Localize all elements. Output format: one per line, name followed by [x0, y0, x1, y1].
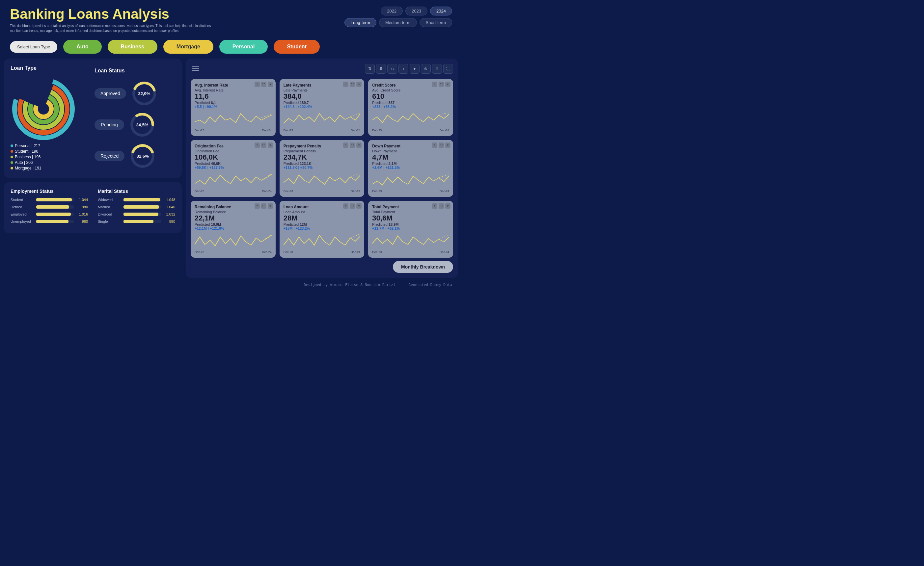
auto-tab[interactable]: Auto: [63, 40, 101, 54]
info-icon-1[interactable]: ?: [343, 82, 348, 87]
short-term-button[interactable]: Short-term: [420, 18, 452, 27]
select-loan-type-button[interactable]: Select Loan Type: [10, 41, 57, 52]
loan-amount-change: +15M | +123.2%: [284, 226, 361, 231]
expand-icon-0[interactable]: ⛶: [261, 82, 266, 87]
marital-single-label: Single: [98, 220, 121, 223]
loan-tabs: Select Loan Type Auto Business Mortgage …: [0, 36, 462, 58]
total-payment-dates: Dec-23 Dec-24: [372, 250, 449, 254]
metric-icons-7: ? ⛶ ▼: [343, 204, 362, 209]
filter-icon-0[interactable]: ▼: [268, 82, 273, 87]
late-payments-dates: Dec-23 Dec-24: [284, 129, 361, 132]
medium-term-button[interactable]: Medium-term: [379, 18, 417, 27]
prepayment-penalty-change: +111,6K | +90.7%: [284, 166, 361, 169]
marital-married-track: [123, 205, 161, 209]
monthly-breakdown-wrap: Monthly Breakdown: [190, 261, 453, 273]
employment-unemployed-track: [36, 220, 74, 223]
info-icon-8[interactable]: ?: [432, 204, 437, 209]
expand-icon-8[interactable]: ⛶: [439, 204, 444, 209]
down-payment-value: 4,7M: [372, 153, 449, 162]
student-tab[interactable]: Student: [274, 40, 320, 54]
business-dot: [10, 156, 13, 158]
long-term-button[interactable]: Long-term: [345, 18, 376, 27]
origination-fee-predicted: Predicted 46,6K: [195, 162, 272, 166]
employment-unemployed-fill: [36, 220, 69, 223]
marital-divorced-label: Divorced: [98, 212, 121, 216]
marital-title: Marital Status: [98, 189, 175, 194]
marital-married-label: Married: [98, 205, 121, 209]
expand-icon-4[interactable]: ⛶: [350, 142, 355, 148]
footer: Designed by Armani Eloise & Noushin Pari…: [0, 281, 462, 289]
year-2022-button[interactable]: 2022: [381, 7, 403, 15]
credit-score-predicted: Predicted 367: [372, 101, 449, 105]
filter-icon-8[interactable]: ▼: [445, 204, 450, 209]
year-2024-button[interactable]: 2024: [430, 7, 452, 15]
total-payment-predicted: Predicted 18,9M: [372, 222, 449, 226]
origination-fee-chart: [195, 171, 272, 187]
business-tab[interactable]: Business: [108, 40, 158, 54]
expand-icon-3[interactable]: ⛶: [261, 142, 266, 148]
sort-desc-icon[interactable]: ⇵: [376, 64, 386, 74]
student-legend-label: Student | 190: [15, 149, 38, 154]
origination-fee-card: ? ⛶ ▼ Origination Fee Origination Fee 10…: [190, 140, 276, 197]
zoom-out-icon[interactable]: ⊖: [432, 64, 442, 74]
info-icon-7[interactable]: ?: [343, 204, 348, 209]
filter-icon-6[interactable]: ▼: [268, 204, 273, 209]
zoom-in-icon[interactable]: ⊕: [421, 64, 431, 74]
filter-icon-2[interactable]: ▼: [445, 82, 450, 87]
credit-score-chart: [372, 110, 449, 127]
menu-icon[interactable]: [190, 63, 201, 74]
loan-type-section: Loan Type: [10, 65, 91, 171]
late-payments-chart: [284, 110, 361, 127]
info-icon-2[interactable]: ?: [432, 82, 437, 87]
employment-title: Employment Status: [10, 189, 88, 194]
filter-icon-5[interactable]: ▼: [445, 142, 450, 148]
sort-filter-icon[interactable]: ↕: [399, 64, 408, 74]
filter-icon-1[interactable]: ▼: [356, 82, 362, 87]
prepayment-penalty-chart: [284, 171, 361, 187]
legend-auto: Auto | 206: [10, 160, 91, 165]
filter-icon-7[interactable]: ▼: [356, 204, 362, 209]
year-2023-button[interactable]: 2023: [405, 7, 428, 15]
right-panel-header: ⇅ ⇵ ↑↓ ↕ ▼ ⊕ ⊖ ⛶: [190, 63, 453, 74]
expand-icon-5[interactable]: ⛶: [439, 142, 444, 148]
filter-icon[interactable]: ▼: [410, 64, 420, 74]
info-icon-5[interactable]: ?: [432, 142, 437, 148]
expand-icon[interactable]: ⛶: [443, 64, 453, 74]
personal-tab[interactable]: Personal: [219, 40, 268, 54]
legend-student: Student | 190: [10, 149, 91, 154]
metric-icons-4: ? ⛶ ▼: [343, 142, 362, 148]
metric-icons-8: ? ⛶ ▼: [432, 204, 450, 209]
loan-amount-predicted: Predicted 12M: [284, 222, 361, 226]
rejected-value: 32,6%: [136, 153, 149, 158]
employment-student-value: 1.044: [76, 198, 88, 202]
sort-up-icon[interactable]: ↑↓: [387, 64, 397, 74]
marital-single-track: [123, 220, 161, 223]
marital-divorced-item: Divorced 1.032: [98, 212, 175, 216]
expand-icon-2[interactable]: ⛶: [439, 82, 444, 87]
marital-divorced-fill: [123, 213, 158, 216]
remaining-balance-chart: [195, 232, 272, 249]
header-left: Banking Loans Analysis This dashboard pr…: [10, 7, 214, 33]
info-icon-3[interactable]: ?: [255, 142, 260, 148]
sort-asc-icon[interactable]: ⇅: [365, 64, 375, 74]
filter-icon-4[interactable]: ▼: [356, 142, 362, 148]
toolbar-icons: ⇅ ⇵ ↑↓ ↕ ▼ ⊕ ⊖ ⛶: [365, 64, 453, 74]
loan-type-chart: [10, 76, 76, 142]
monthly-breakdown-button[interactable]: Monthly Breakdown: [393, 261, 453, 273]
pending-value: 34,5%: [136, 122, 148, 127]
info-icon-0[interactable]: ?: [255, 82, 260, 87]
info-icon-4[interactable]: ?: [343, 142, 348, 148]
avg-interest-rate-dates: Dec-23 Dec-24: [195, 129, 272, 132]
expand-icon-1[interactable]: ⛶: [350, 82, 355, 87]
remaining-balance-change: +12,1M | +121.0%: [195, 226, 272, 231]
expand-icon-6[interactable]: ⛶: [261, 204, 266, 209]
info-icon-6[interactable]: ?: [255, 204, 260, 209]
expand-icon-7[interactable]: ⛶: [350, 204, 355, 209]
metric-icons-2: ? ⛶ ▼: [432, 82, 450, 87]
filter-icon-3[interactable]: ▼: [268, 142, 273, 148]
pending-status-item: Pending 34,5%: [94, 112, 175, 138]
employment-employed-value: 1.016: [76, 212, 88, 216]
right-panel: ⇅ ⇵ ↑↓ ↕ ▼ ⊕ ⊖ ⛶ ? ⛶ ▼ Avg. Interest Rat…: [186, 58, 458, 278]
mortgage-tab[interactable]: Mortgage: [164, 40, 213, 54]
employment-employed-track: [36, 213, 74, 216]
